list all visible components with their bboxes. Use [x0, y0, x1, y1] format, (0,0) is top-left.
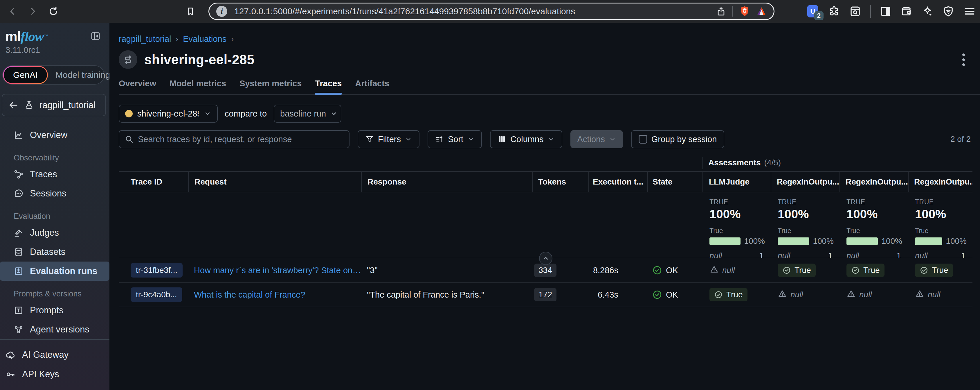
baseline-run-selector[interactable]: baseline run [274, 105, 341, 123]
breadcrumb-evaluations-link[interactable]: Evaluations [183, 34, 226, 44]
distribution-bar [846, 237, 878, 245]
sort-button[interactable]: Sort [428, 130, 482, 148]
sidebar-panel-icon[interactable] [880, 5, 892, 18]
sidebar-item-evaluation-runs[interactable]: Evaluation runs [0, 262, 110, 281]
screen: i 127.0.0.1:5000/#/experiments/1/runs/41… [0, 0, 980, 390]
brave-rewards-icon[interactable] [756, 6, 767, 16]
group-by-session-checkbox[interactable] [639, 135, 648, 144]
sidebar-item-datasets[interactable]: Datasets [0, 242, 110, 262]
breadcrumb-experiment-link[interactable]: ragpill_tutorial [119, 34, 171, 44]
sidebar-item-label: Sessions [30, 188, 67, 199]
column-header-regexinoutput-2[interactable]: RegexInOutpu... [840, 172, 908, 192]
chevron-down-icon [548, 136, 555, 143]
tab-artifacts[interactable]: Artifacts [355, 79, 389, 94]
section-observability: Observability [0, 153, 110, 163]
toolbar-separator [870, 5, 871, 18]
tab-system-metrics[interactable]: System metrics [240, 79, 302, 94]
column-header-execution-time[interactable]: Execution t... [589, 172, 648, 192]
network-icon [14, 324, 24, 334]
wallet-icon[interactable] [900, 5, 913, 18]
tokens-badge: 334 [534, 264, 557, 277]
main-content: ragpill_tutorial › Evaluations › shiveri… [110, 23, 980, 390]
url-bar-divider [732, 6, 733, 16]
collapse-sidebar-icon[interactable] [90, 31, 101, 41]
trace-id-link[interactable]: tr-9c4a0b... [130, 288, 182, 302]
actions-button[interactable]: Actions [570, 130, 623, 148]
run-color-dot [125, 110, 133, 117]
tabs: Overview Model metrics System metrics Tr… [119, 79, 980, 95]
sidebar-item-label: Agent versions [30, 324, 89, 335]
assessment-null: null [846, 289, 872, 300]
search-input[interactable] [138, 134, 344, 144]
browser-forward-icon[interactable] [28, 6, 38, 16]
sidebar-item-traces[interactable]: Traces [0, 165, 110, 184]
browser-menu-icon[interactable] [963, 5, 976, 18]
run-selector-label: shivering-eel-285 [137, 109, 199, 118]
check-circle-icon [652, 265, 662, 275]
sidebar-item-judges[interactable]: Judges [0, 223, 110, 242]
sidebar-item-overview[interactable]: Overview [0, 126, 110, 145]
request-link[interactable]: How many r`s are in 'strawberry'? State … [194, 265, 361, 275]
experiment-selector[interactable]: ragpill_tutorial [2, 94, 106, 116]
browser-back-icon[interactable] [8, 6, 18, 16]
columns-icon [498, 135, 506, 144]
column-header-trace-id[interactable]: Trace ID [119, 172, 188, 192]
tab-model-metrics[interactable]: Model metrics [170, 79, 226, 94]
site-info-icon[interactable]: i [216, 6, 227, 17]
chat-bubble-icon [14, 189, 24, 198]
tab-overview[interactable]: Overview [119, 79, 156, 94]
row-count: 2 of 2 [950, 134, 971, 144]
chevron-down-icon [330, 110, 337, 117]
column-header-regexinoutput-3[interactable]: RegexInOutpu... [908, 172, 972, 192]
brave-shields-icon[interactable] [739, 5, 750, 17]
browser-reload-icon[interactable] [48, 6, 59, 16]
browser-toolbar: i 127.0.0.1:5000/#/experiments/1/runs/41… [0, 0, 980, 23]
extensions-puzzle-icon[interactable] [828, 5, 840, 18]
column-header-request[interactable]: Request [188, 172, 361, 192]
sidebar-item-api-keys[interactable]: API Keys [0, 365, 110, 384]
columns-button[interactable]: Columns [490, 130, 562, 148]
url-bar[interactable]: i 127.0.0.1:5000/#/experiments/1/runs/41… [208, 3, 775, 20]
sidebar-item-sessions[interactable]: Sessions [0, 184, 110, 203]
sidebar-item-label: Prompts [30, 305, 63, 316]
warning-triangle-icon [710, 265, 719, 276]
tab-genai[interactable]: GenAI [3, 66, 48, 84]
column-header-regexinoutput-1[interactable]: RegexInOutpu... [771, 172, 840, 192]
summary-regexinoutput-3: TRUE 100% True 100% null1 [908, 192, 972, 261]
sidebar-item-prompts[interactable]: Prompts [0, 301, 110, 320]
kebab-menu-icon[interactable] [961, 52, 967, 68]
state-cell: OK [652, 289, 678, 300]
back-arrow-icon[interactable] [8, 100, 19, 110]
url-text[interactable]: 127.0.0.1:5000/#/experiments/1/runs/41a2… [234, 6, 711, 16]
tab-model-training[interactable]: Model training [48, 67, 118, 83]
column-header-tokens[interactable]: Tokens [532, 172, 589, 192]
bookmark-icon[interactable] [186, 7, 195, 16]
page-title: shivering-eel-285 [144, 52, 254, 67]
search-box[interactable] [119, 130, 350, 148]
state-cell: OK [652, 265, 678, 275]
search-icon [124, 134, 134, 144]
execution-time-cell: 8.286s [589, 258, 648, 282]
evaluation-runs-icon [14, 266, 24, 276]
sidebar-item-ai-gateway[interactable]: AI Gateway [0, 345, 110, 364]
run-selector[interactable]: shivering-eel-285 [119, 105, 218, 123]
assessment-true: True [915, 264, 953, 277]
trace-id-link[interactable]: tr-31fbe3f... [130, 263, 183, 278]
check-circle-icon [782, 266, 791, 275]
column-header-state[interactable]: State [648, 172, 703, 192]
traces-toolbar: Filters Sort [119, 130, 980, 148]
sidebar-item-agent-versions[interactable]: Agent versions [0, 320, 110, 339]
tab-traces[interactable]: Traces [315, 79, 342, 94]
column-header-response[interactable]: Response [361, 172, 532, 192]
group-by-session-button[interactable]: Group by session [631, 130, 725, 148]
request-link[interactable]: What is the capital of France? [194, 290, 305, 300]
filters-button[interactable]: Filters [358, 130, 420, 148]
extension-badge-icon[interactable]: U 2 [807, 5, 819, 18]
vpn-shield-icon[interactable] [942, 5, 955, 18]
share-icon[interactable] [716, 6, 726, 16]
collapse-summary-button[interactable] [539, 252, 552, 265]
reader-mode-icon[interactable] [849, 5, 861, 18]
table-row[interactable]: tr-9c4a0b... What is the capital of Fran… [119, 283, 972, 307]
column-header-llmjudge[interactable]: LLMJudge [703, 172, 771, 192]
ai-sparkle-icon[interactable] [921, 5, 934, 18]
